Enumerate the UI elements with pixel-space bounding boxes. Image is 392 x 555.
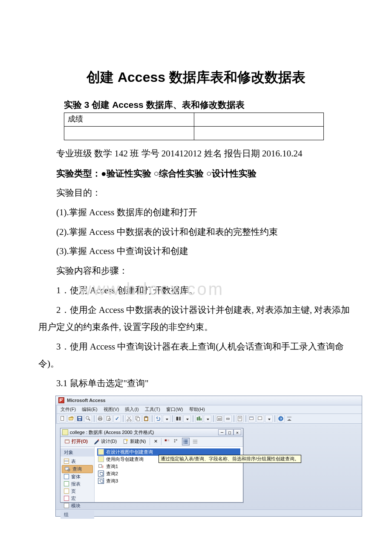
menu-help[interactable]: 帮助(H) (187, 406, 208, 413)
step-3-1: 3.1 鼠标单击选定"查询" (38, 375, 354, 392)
svg-rect-53 (65, 467, 69, 468)
menu-view[interactable]: 视图(V) (101, 406, 122, 413)
help-icon[interactable]: ? (277, 415, 285, 422)
svg-rect-20 (197, 417, 199, 420)
svg-rect-44 (185, 439, 188, 440)
sidebar-item-pages[interactable]: 页 (61, 488, 94, 495)
list-item-query1[interactable]: ! 查询1 (97, 463, 240, 470)
wizard-icon (98, 456, 104, 462)
menu-tools[interactable]: 工具(T) (142, 406, 163, 413)
info-line: 专业班级 数学 142 班 学号 201412012 姓名 报告日期 2016.… (38, 145, 354, 162)
svg-rect-45 (184, 441, 184, 442)
analyze-icon[interactable] (195, 415, 203, 422)
svg-rect-38 (165, 439, 167, 441)
grade-label-cell: 成绩 (64, 113, 194, 127)
menu-insert[interactable]: 插入(I) (122, 406, 141, 413)
steps-label: 实验内容和步骤： (38, 263, 354, 280)
menu-edit[interactable]: 编辑(E) (79, 406, 100, 413)
toolbar-separator (213, 415, 214, 422)
db-design-button[interactable]: 设计(D) (92, 438, 119, 445)
svg-rect-3 (78, 419, 81, 420)
cut-icon[interactable] (125, 415, 133, 422)
objects-list: 在设计视图中创建查询 使用向导创建查询 通过指定输入表/查询、字段名称、筛选和排… (95, 447, 243, 502)
db-delete-icon[interactable]: ✕ (152, 438, 159, 445)
database-toolbar: 打开(O) 设计(D) 新建(N) ✕ (61, 437, 243, 447)
grade-value-cell (194, 113, 324, 127)
objects-sidebar: 对象 表 查询 窗体 报表 页 宏 模块 组 (61, 447, 95, 502)
view-large-icon[interactable] (163, 438, 171, 445)
list-item-query3[interactable]: 查询3 (97, 477, 240, 485)
toolbar-separator (193, 415, 193, 422)
module-icon (64, 503, 69, 508)
relationships-icon[interactable]: ∞ (224, 415, 232, 422)
app-title: Microsoft Access (67, 398, 106, 403)
toolbar-separator (94, 415, 95, 422)
svg-text:?: ? (280, 416, 282, 421)
sidebar-item-modules[interactable]: 模块 (61, 502, 94, 509)
sidebar-item-tables[interactable]: 表 (61, 458, 94, 465)
select-query-icon (98, 478, 104, 484)
open-icon[interactable] (67, 415, 75, 422)
db-toolbar-separator (150, 438, 150, 445)
main-toolbar: ✓ (56, 414, 362, 424)
svg-rect-39 (167, 439, 169, 441)
new-object-2-icon[interactable] (257, 415, 264, 422)
access-screenshot: Microsoft Access 文件(F) 编辑(E) 视图(V) 插入(I)… (55, 396, 362, 517)
close-button[interactable]: ✕ (233, 429, 241, 435)
properties-icon[interactable] (236, 415, 244, 422)
office-links-icon[interactable] (175, 415, 182, 422)
svg-rect-7 (99, 416, 101, 418)
database-title: college : 数据库 (Access 2000 文件格式) (70, 429, 154, 436)
sidebar-item-queries[interactable]: 查询 (62, 465, 93, 473)
svg-line-5 (89, 419, 90, 420)
database-titlebar: college : 数据库 (Access 2000 文件格式) ─ □ ✕ (61, 428, 243, 437)
code-icon[interactable]: ab (216, 415, 223, 422)
sidebar-item-macros[interactable]: 宏 (61, 495, 94, 502)
print-preview-icon[interactable] (105, 415, 112, 422)
svg-point-37 (126, 439, 128, 441)
svg-rect-48 (185, 442, 188, 443)
svg-rect-55 (99, 465, 102, 468)
svg-text:!: ! (102, 464, 104, 469)
maximize-button[interactable]: □ (226, 429, 233, 435)
view-small-icon[interactable] (173, 438, 180, 445)
minimize-button[interactable]: ─ (218, 429, 226, 435)
wizard-icon (98, 449, 104, 455)
paste-icon[interactable] (142, 415, 150, 422)
view-list-icon[interactable] (182, 438, 190, 445)
db-open-button[interactable]: 打开(O) (62, 438, 90, 445)
analyze-dropdown-icon[interactable] (204, 415, 211, 422)
menu-window[interactable]: 窗口(W) (164, 406, 186, 413)
sidebar-item-reports[interactable]: 报表 (61, 480, 94, 488)
svg-rect-16 (145, 416, 147, 417)
list-item-query2[interactable]: 查询2 (97, 470, 240, 477)
tooltip: 通过指定输入表/查询、字段名称、筛选和排序/分组属性创建查询。 (159, 455, 301, 463)
copy-icon[interactable] (134, 415, 141, 422)
menu-file[interactable]: 文件(F) (58, 406, 78, 413)
experiment-subtitle: 实验 3 创建 Access 数据库、表和修改数据表 (64, 99, 354, 111)
mdi-area: college : 数据库 (Access 2000 文件格式) ─ □ ✕ 打… (56, 424, 362, 509)
objects-header: 对象 (61, 448, 94, 457)
svg-rect-40 (174, 439, 176, 440)
undo-icon[interactable] (154, 415, 162, 422)
toolbar-separator (233, 415, 234, 422)
svg-rect-14 (137, 417, 139, 421)
undo-dropdown-icon[interactable] (163, 415, 170, 422)
print-icon[interactable] (96, 415, 104, 422)
view-details-icon[interactable] (191, 438, 199, 445)
spellcheck-icon[interactable]: ✓ (113, 415, 121, 422)
svg-rect-29 (250, 416, 254, 418)
database-icon (62, 429, 68, 435)
search-icon[interactable] (84, 415, 92, 422)
office-links-dropdown-icon[interactable] (183, 415, 191, 422)
status-bar (56, 509, 362, 516)
new-file-icon[interactable] (59, 415, 66, 422)
db-new-button[interactable]: 新建(N) (121, 438, 148, 445)
save-icon[interactable] (76, 415, 84, 422)
sidebar-item-forms[interactable]: 窗体 (61, 473, 94, 480)
toolbar-options-icon[interactable] (285, 415, 293, 422)
new-object-icon[interactable] (248, 415, 256, 422)
svg-rect-21 (199, 416, 200, 420)
new-object-dropdown-icon[interactable] (265, 415, 273, 422)
menubar: 文件(F) 编辑(E) 视图(V) 插入(I) 工具(T) 窗口(W) 帮助(H… (56, 405, 362, 414)
